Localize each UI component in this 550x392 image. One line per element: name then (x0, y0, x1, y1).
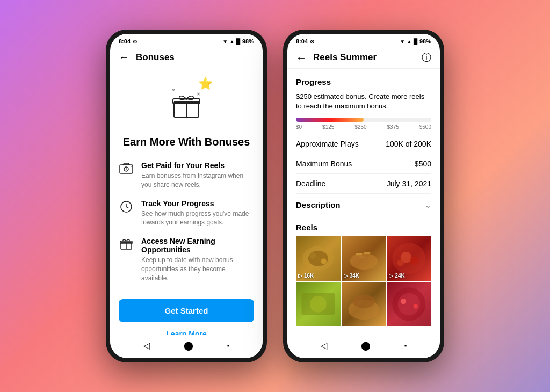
stat-label-bonus: Maximum Bonus (296, 159, 352, 168)
nav-back-btn-1[interactable]: ◁ (143, 340, 150, 351)
reel-thumb-6[interactable] (387, 282, 431, 326)
reels-content: Progress $250 estimated bonus. Create mo… (287, 69, 440, 335)
battery-1: 98% (242, 38, 254, 45)
progress-label-3: $375 (387, 124, 399, 130)
play-icon-3: ▷ (389, 273, 393, 279)
plays-count-1: 16K (304, 273, 314, 279)
svg-point-39 (414, 304, 418, 308)
feature-desc-earn: Keep up to date with new bonus opportuni… (141, 256, 254, 282)
svg-point-37 (398, 293, 420, 315)
feature-desc-progress: See how much progress you've made toward… (141, 209, 254, 228)
feature-text-progress: Track Your Progress See how much progres… (141, 199, 254, 228)
svg-point-22 (309, 252, 316, 259)
stat-row-plays: Approximate Plays 100K of 200K (296, 134, 431, 154)
progress-bar-fill (296, 118, 364, 122)
wifi-icon-2: ▲ (407, 39, 412, 45)
nav-home-btn-1[interactable]: ⬤ (184, 340, 193, 351)
stat-label-deadline: Deadline (296, 179, 325, 188)
reel-plays-1: ▷ 16K (298, 273, 314, 279)
progress-section-title: Progress (296, 77, 431, 86)
signal-icon-2: ▼ (400, 39, 405, 45)
feature-desc-reels: Earn bonuses from Instagram when you sha… (141, 171, 254, 190)
plays-count-2: 34K (350, 273, 359, 279)
svg-point-30 (410, 257, 419, 266)
stat-row-deadline: Deadline July 31, 2021 (296, 174, 431, 194)
hero-icon: ⭐ (162, 79, 211, 127)
progress-labels: $0 $125 $250 $375 $500 (296, 124, 431, 130)
phone-1: 8:04 ⊙ ▼ ▲ ▉ 98% ← Bonuses ⭐ (106, 30, 267, 362)
bonus-description: $250 estimated bonus. Create more reels … (296, 92, 431, 111)
star-icon: ⭐ (198, 77, 213, 91)
svg-point-38 (401, 299, 406, 304)
svg-rect-25 (355, 253, 361, 255)
feature-text-earn: Access New Earning Opportunities Keep up… (141, 237, 254, 282)
reel-thumb-2[interactable]: ▷ 34K (342, 236, 386, 281)
feature-title-earn: Access New Earning Opportunities (141, 237, 254, 254)
feature-list: Get Paid for Your Reels Earn bonuses fro… (119, 161, 254, 283)
status-bar-1: 8:04 ⊙ ▼ ▲ ▉ 98% (110, 34, 263, 47)
feature-title-progress: Track Your Progress (141, 199, 254, 208)
nav-square-btn-1[interactable]: ▪ (227, 342, 230, 350)
learn-more-button[interactable]: Learn More (166, 330, 206, 335)
svg-point-8 (185, 98, 187, 100)
description-label: Description (296, 200, 341, 209)
reel-thumb-1[interactable]: ▷ 16K (296, 236, 341, 281)
page-title-2: Reels Summer (313, 52, 422, 63)
battery-2: 98% (419, 38, 431, 45)
feature-item-progress: Track Your Progress See how much progres… (119, 199, 254, 228)
progress-label-4: $500 (419, 124, 431, 130)
camera-money-icon (119, 162, 134, 177)
progress-label-0: $0 (296, 124, 302, 130)
stat-value-plays: 100K of 200K (386, 140, 431, 148)
feature-text-reels: Get Paid for Your Reels Earn bonuses fro… (141, 161, 254, 190)
progress-label-1: $125 (322, 124, 334, 130)
nav-header-1: ← Bonuses (110, 47, 263, 68)
nav-header-2: ← Reels Summer ⓘ (287, 47, 440, 69)
chevron-down-icon: ⌄ (425, 201, 431, 209)
gift-small-icon (119, 238, 134, 253)
reels-grid: ▷ 16K ▷ 34K (296, 236, 431, 326)
instagram-icon: ⊙ (133, 39, 137, 45)
svg-point-24 (350, 253, 378, 270)
signal-icon: ▼ (222, 39, 228, 45)
play-icon-1: ▷ (298, 273, 302, 279)
svg-line-15 (126, 207, 128, 208)
plays-count-3: 24K (395, 273, 404, 279)
back-button-2[interactable]: ← (296, 52, 307, 64)
signal-bars-icon-2: ▉ (414, 39, 418, 45)
stat-value-deadline: July 31, 2021 (387, 179, 431, 188)
svg-point-23 (321, 259, 326, 264)
stat-value-bonus: $500 (415, 159, 431, 168)
reel-plays-2: ▷ 34K (344, 273, 359, 279)
bonuses-title: Earn More With Bonuses (123, 136, 250, 148)
stat-row-bonus: Maximum Bonus $500 (296, 154, 431, 174)
info-button[interactable]: ⓘ (422, 51, 431, 64)
time-2: 8:04 (296, 38, 308, 45)
reel-thumb-3[interactable]: ▷ 24K (387, 236, 431, 281)
clock-icon (119, 200, 134, 216)
phone-2: 8:04 ⊙ ▼ ▲ ▉ 98% ← Reels Summer ⓘ Progre… (283, 30, 444, 362)
play-icon-2: ▷ (344, 273, 348, 279)
get-started-button[interactable]: Get Started (119, 299, 254, 322)
feature-item-reels: Get Paid for Your Reels Earn bonuses fro… (119, 161, 254, 190)
stat-label-plays: Approximate Plays (296, 140, 359, 148)
time-1: 8:04 (119, 38, 131, 45)
description-row[interactable]: Description ⌄ (296, 194, 431, 216)
nav-back-btn-2[interactable]: ◁ (321, 340, 327, 351)
svg-point-33 (310, 296, 327, 313)
reel-plays-3: ▷ 24K (389, 273, 404, 279)
bottom-nav-1: ◁ ⬤ ▪ (110, 335, 263, 358)
nav-square-btn-2[interactable]: ▪ (404, 342, 407, 350)
feature-item-earn: Access New Earning Opportunities Keep up… (119, 237, 254, 282)
svg-rect-26 (364, 252, 370, 254)
back-button-1[interactable]: ← (119, 51, 129, 63)
nav-home-btn-2[interactable]: ⬤ (361, 340, 371, 351)
bottom-nav-2: ◁ ⬤ ▪ (287, 335, 440, 358)
svg-rect-27 (358, 257, 365, 259)
page-title-1: Bonuses (136, 52, 254, 63)
instagram-icon-2: ⊙ (310, 39, 314, 45)
svg-point-31 (397, 260, 404, 266)
reel-thumb-5[interactable] (342, 282, 386, 326)
wifi-icon: ▲ (229, 39, 235, 45)
reel-thumb-4[interactable] (296, 282, 341, 326)
